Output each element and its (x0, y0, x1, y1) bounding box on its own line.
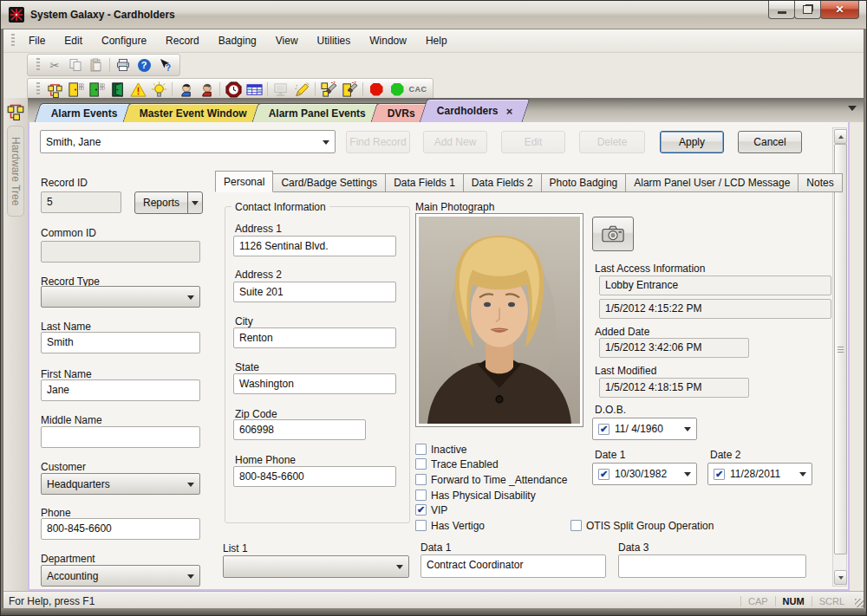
has-vertigo-checkbox[interactable] (415, 520, 427, 531)
time-schedule-icon[interactable] (223, 81, 244, 99)
address2-field[interactable]: Suite 201 (233, 282, 396, 302)
phone-field[interactable]: 800-845-6600 (41, 518, 200, 540)
dob-picker[interactable]: ✔ 11/ 4/1960 (592, 418, 697, 440)
paste-icon[interactable] (86, 56, 107, 75)
home-phone-field[interactable]: 800-845-6600 (233, 466, 396, 487)
state-field[interactable]: Washington (233, 373, 396, 394)
customer-select[interactable]: Headquarters (41, 473, 200, 495)
inactive-checkbox[interactable] (415, 444, 427, 455)
data3-field[interactable] (618, 554, 806, 578)
date1-checkbox[interactable]: ✔ (598, 469, 610, 480)
tab-data-fields-2[interactable]: Data Fields 2 (463, 173, 542, 192)
close-button[interactable]: ✕ (820, 1, 859, 19)
tab-personal[interactable]: Personal (215, 171, 273, 192)
resize-grip[interactable] (855, 599, 864, 607)
menu-view[interactable]: View (266, 31, 308, 50)
city-field[interactable]: Renton (233, 327, 396, 348)
dob-checkbox[interactable]: ✔ (598, 424, 610, 435)
scrollbar-thumb[interactable] (834, 144, 847, 554)
menu-configure[interactable]: Configure (92, 31, 156, 50)
address1-field[interactable]: 1126 Sentinal Blvd. (233, 236, 396, 256)
toolbar-separator (172, 82, 173, 96)
menu-help[interactable]: Help (416, 31, 457, 50)
menu-edit[interactable]: Edit (55, 31, 92, 50)
tab-photo-badging[interactable]: Photo Badging (541, 173, 627, 192)
event-grid-icon[interactable] (244, 81, 264, 99)
operator-icon[interactable] (175, 81, 196, 99)
apply-button[interactable]: Apply (660, 131, 724, 153)
alert-bulb-icon[interactable] (148, 81, 169, 99)
minimize-button[interactable] (768, 1, 795, 19)
help-icon[interactable]: ? (134, 56, 154, 75)
print-icon[interactable] (113, 56, 134, 75)
tab-cardholders[interactable]: Cardholders× (419, 99, 530, 122)
menu-file[interactable]: File (19, 31, 55, 50)
restore-button[interactable] (794, 1, 821, 19)
date1-picker[interactable]: ✔ 10/30/1982 (592, 463, 697, 485)
cut-icon[interactable]: ✂ (44, 56, 65, 75)
door-status-green-icon[interactable] (86, 81, 107, 99)
caps-lock-indicator: CAP (740, 596, 775, 606)
tab-alarm-panel-events[interactable]: Alarm Panel Events (251, 103, 382, 122)
tab-list-button[interactable] (848, 106, 857, 115)
copy-icon[interactable] (65, 56, 86, 75)
start-green-icon[interactable] (387, 81, 407, 99)
delete-button[interactable]: Delete (579, 131, 645, 153)
tab-data-fields-1[interactable]: Data Fields 1 (385, 173, 464, 192)
tab-card-badge-settings[interactable]: Card/Badge Settings (272, 173, 386, 192)
menu-record[interactable]: Record (156, 31, 209, 50)
menu-window[interactable]: Window (360, 31, 416, 50)
date2-picker[interactable]: ✔ 11/28/2011 (707, 463, 812, 485)
tab-master-event-window[interactable]: Master Event Window (122, 103, 264, 122)
data1-field[interactable]: Contract Coordinator (420, 554, 606, 578)
reports-button[interactable]: Reports (134, 191, 188, 214)
disability-checkbox[interactable] (415, 490, 427, 501)
date2-checkbox[interactable]: ✔ (714, 469, 725, 480)
hardware-tree-icon[interactable] (6, 101, 25, 120)
trace-enabled-checkbox[interactable] (415, 458, 427, 470)
camera-icon (601, 224, 625, 243)
door-exit-icon[interactable] (107, 81, 127, 99)
scroll-up-button[interactable] (834, 129, 847, 144)
cardholder-selector[interactable]: Smith, Jane (40, 130, 336, 153)
otis-split-checkbox[interactable] (570, 520, 582, 531)
middle-name-field[interactable] (41, 426, 200, 448)
tab-alarm-panel-user[interactable]: Alarm Panel User / LCD Message (625, 173, 799, 192)
hardware-tree-icon[interactable] (44, 81, 65, 99)
tab-alarm-events[interactable]: Alarm Events (34, 103, 134, 122)
zip-code-field[interactable]: 606998 (233, 419, 366, 440)
context-help-icon[interactable]: ? (154, 56, 175, 75)
tab-notes[interactable]: Notes (798, 173, 842, 192)
cardholder-icon[interactable] (196, 81, 217, 99)
cancel-button[interactable]: Cancel (738, 131, 802, 153)
stop-red-icon[interactable] (366, 81, 387, 99)
cac-icon[interactable]: CAC (407, 81, 428, 99)
tab-close-icon[interactable]: × (505, 105, 512, 118)
menu-utilities[interactable]: Utilities (308, 31, 361, 50)
first-name-field[interactable]: Jane (41, 379, 200, 401)
badge-wand-icon[interactable] (291, 81, 312, 99)
capture-photo-button[interactable] (592, 217, 634, 251)
workstation-icon[interactable] (271, 81, 291, 99)
door-status-yellow-icon[interactable] (65, 81, 86, 99)
scroll-down-button[interactable] (834, 570, 847, 585)
reports-menu-button[interactable] (187, 191, 203, 214)
alarm-warning-icon[interactable] (127, 81, 148, 99)
add-new-button[interactable]: Add New (423, 131, 487, 153)
vertical-scrollbar[interactable] (832, 127, 847, 587)
hardware-edit-icon[interactable] (318, 81, 339, 99)
department-select[interactable]: Accounting (41, 565, 200, 587)
menu-badging[interactable]: Badging (209, 31, 266, 50)
find-record-button[interactable]: Find Record (346, 131, 410, 153)
hardware-tree-tab[interactable]: Hardware Tree (7, 126, 24, 217)
detail-tab-strip: Personal Card/Badge Settings Data Fields… (216, 171, 843, 192)
forward-time-checkbox[interactable] (415, 474, 427, 485)
record-type-select[interactable] (41, 286, 200, 308)
door-edit-icon[interactable] (339, 81, 360, 99)
vip-checkbox[interactable]: ✔ (415, 504, 427, 515)
chevron-up-icon (838, 133, 844, 139)
edit-button[interactable]: Edit (501, 131, 565, 153)
last-access-location-field: Lobby Entrance (599, 276, 831, 295)
list1-select[interactable] (223, 555, 409, 578)
last-name-field[interactable]: Smith (41, 332, 200, 353)
